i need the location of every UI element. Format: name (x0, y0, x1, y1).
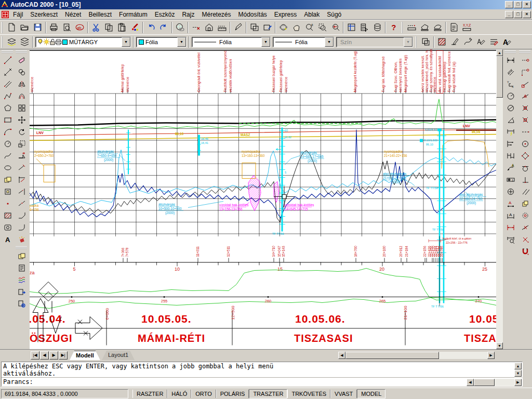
snap-intersection-button[interactable] (518, 102, 531, 114)
menu-view[interactable]: Nézet (61, 10, 85, 19)
angular-dimension-button[interactable] (504, 114, 517, 126)
region-button[interactable] (1, 221, 14, 233)
menu-tools[interactable]: Eszköz (151, 10, 179, 19)
spline-button[interactable] (1, 150, 14, 162)
snap-center-button[interactable] (518, 138, 531, 150)
snap-node-button[interactable] (518, 209, 531, 221)
scale-button[interactable] (15, 138, 28, 150)
import-button[interactable] (15, 298, 28, 310)
snap-apparent-intersection-button[interactable] (518, 114, 531, 126)
tab-layout1[interactable]: Layout1 (102, 351, 135, 360)
multiline-button[interactable] (1, 78, 14, 90)
track-point-button[interactable] (190, 21, 203, 34)
paste-button[interactable] (115, 21, 128, 34)
multiline-text-button[interactable]: A (1, 233, 14, 245)
make-block-button[interactable] (1, 185, 14, 197)
layer-combobox[interactable]: MŰTÁRGY ▼ (35, 37, 131, 47)
toolbar-grip[interactable] (2, 36, 4, 48)
print-button[interactable] (47, 21, 60, 34)
toggle-traszter[interactable]: TRASZTER (249, 389, 287, 398)
linear-dimension-button[interactable] (504, 54, 517, 66)
scroll-down-icon[interactable]: ▼ (496, 342, 503, 349)
inquiry-toolbar-grip[interactable] (402, 22, 404, 33)
lengthen-button[interactable] (15, 162, 28, 174)
menu-modify[interactable]: Módosítás (235, 10, 271, 19)
copy-button[interactable] (102, 21, 115, 34)
new-button[interactable] (5, 21, 18, 34)
menu-format[interactable]: Formátum (115, 10, 151, 19)
menu-draw[interactable]: Rajz (178, 10, 198, 19)
command-scroll-up-icon[interactable]: ▲ (514, 363, 522, 369)
snap-perpendicular-button[interactable] (518, 174, 531, 185)
zoom-window-button[interactable] (316, 21, 329, 34)
spline-edit-button[interactable] (461, 36, 474, 48)
designcenter-button[interactable] (345, 21, 358, 34)
text-edit-button[interactable]: A (500, 36, 513, 48)
toggle-vvast[interactable]: VVAST (330, 390, 357, 398)
dimension-style-button[interactable] (504, 233, 517, 245)
open-button[interactable] (18, 21, 31, 34)
hscroll-track[interactable] (345, 352, 487, 359)
command-scroll-down-icon[interactable]: ▼ (514, 370, 522, 377)
hscroll-left-icon[interactable]: ◀ (338, 352, 345, 359)
prev-tab-button[interactable]: ◀ (40, 351, 49, 360)
line-button[interactable] (1, 54, 14, 66)
linetype-dropdown-arrow[interactable]: ▼ (261, 37, 270, 47)
insert-block-button[interactable] (1, 174, 14, 185)
stretch-button[interactable] (15, 150, 28, 162)
undo-button[interactable] (144, 21, 157, 34)
color-dropdown-arrow[interactable]: ▼ (177, 37, 186, 47)
list-button[interactable] (447, 21, 460, 34)
snap-parallel-button[interactable] (518, 185, 531, 197)
match-properties-button[interactable] (128, 21, 141, 34)
copy-object-button[interactable] (15, 66, 28, 78)
next-tab-button[interactable]: ▶ (49, 351, 58, 360)
close-button[interactable]: × (523, 1, 531, 8)
area-button[interactable] (418, 21, 431, 34)
ordinate-dimension-button[interactable]: YX (504, 78, 517, 90)
lineweight-combobox[interactable]: Fólia ▼ (273, 37, 334, 47)
hatch-button[interactable] (1, 209, 14, 221)
extend-button[interactable] (15, 185, 28, 197)
restore-button[interactable]: □ (514, 1, 522, 8)
lineweight-dropdown-arrow[interactable]: ▼ (325, 37, 334, 47)
explode-button[interactable] (15, 233, 28, 245)
continue-dimension-button[interactable] (504, 150, 517, 162)
command-hscrollbar[interactable]: ◀ ▶ (467, 379, 522, 386)
child-close-button[interactable]: × (523, 11, 531, 18)
command-hscroll-thumb[interactable] (474, 379, 495, 386)
chamfer-button[interactable] (15, 209, 28, 221)
ole-object-button[interactable] (15, 286, 28, 298)
raster-image-button[interactable] (15, 274, 28, 286)
trim-button[interactable] (15, 174, 28, 185)
aerial-view-button[interactable] (248, 21, 261, 34)
osnap-settings-button[interactable] (518, 245, 531, 257)
dbconnect-button[interactable] (371, 21, 384, 34)
quick-dimension-button[interactable] (504, 126, 517, 138)
polyline-button[interactable] (1, 90, 14, 102)
draw-toolbar-grip[interactable] (2, 50, 13, 53)
insert-block2-button[interactable] (15, 250, 28, 262)
pan-button[interactable] (290, 21, 303, 34)
child-minimize-button[interactable]: _ (505, 11, 513, 18)
menu-help[interactable]: Súgó (323, 10, 345, 19)
command-hscroll-right-icon[interactable]: ▶ (514, 379, 522, 386)
named-views-button[interactable] (203, 21, 216, 34)
circle-button[interactable] (1, 138, 14, 150)
radius-dimension-button[interactable] (504, 90, 517, 102)
temporary-track-point-button[interactable] (518, 54, 531, 66)
arc-button[interactable] (1, 126, 14, 138)
erase-button[interactable] (15, 54, 28, 66)
external-reference-button[interactable] (15, 262, 28, 274)
minimize-button[interactable]: _ (505, 1, 513, 8)
spell-check-button[interactable]: ab (73, 21, 86, 34)
quick-leader-button[interactable]: A (504, 162, 517, 174)
osnap-toolbar-grip[interactable] (519, 50, 530, 53)
named-window-button[interactable] (261, 21, 274, 34)
toggle-polaris[interactable]: POLÁRIS (216, 390, 249, 398)
attribute-edit-button[interactable] (474, 36, 487, 48)
menu-window[interactable]: Ablak (300, 10, 323, 19)
snap-midpoint-button[interactable] (518, 90, 531, 102)
layer-dropdown-arrow[interactable]: ▼ (122, 37, 130, 47)
save-button[interactable] (31, 21, 44, 34)
